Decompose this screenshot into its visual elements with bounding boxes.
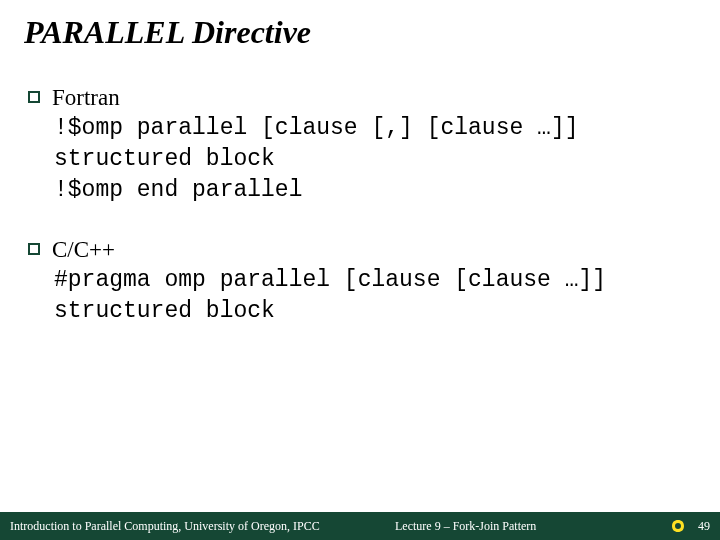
footer-center-text: Lecture 9 – Fork-Join Pattern	[395, 519, 536, 534]
code-line: !$omp end parallel	[54, 175, 692, 206]
code-line: structured block	[54, 296, 692, 327]
slide-body: Fortran !$omp parallel [clause [,] [clau…	[28, 82, 692, 355]
slide-title: PARALLEL Directive	[24, 14, 311, 51]
oregon-o-logo-icon	[668, 517, 688, 535]
section-heading: C/C++	[52, 234, 115, 265]
code-line: structured block	[54, 144, 692, 175]
bullet-row: Fortran	[28, 82, 692, 113]
footer-bar: Introduction to Parallel Computing, Univ…	[0, 512, 720, 540]
page-number: 49	[698, 519, 710, 534]
code-line: !$omp parallel [clause [,] [clause …]]	[54, 113, 692, 144]
slide: PARALLEL Directive Fortran !$omp paralle…	[0, 0, 720, 540]
bullet-row: C/C++	[28, 234, 692, 265]
c-cpp-block: C/C++ #pragma omp parallel [clause [clau…	[28, 234, 692, 327]
fortran-block: Fortran !$omp parallel [clause [,] [clau…	[28, 82, 692, 206]
footer-right: 49	[668, 517, 710, 535]
footer-left-text: Introduction to Parallel Computing, Univ…	[10, 519, 320, 534]
section-heading: Fortran	[52, 82, 120, 113]
bullet-icon	[28, 91, 40, 103]
code-line: #pragma omp parallel [clause [clause …]]	[54, 265, 692, 296]
bullet-icon	[28, 243, 40, 255]
